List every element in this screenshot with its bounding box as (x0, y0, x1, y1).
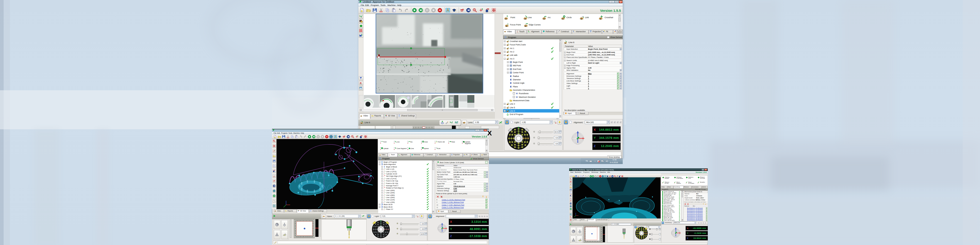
svg-text:%: % (450, 121, 452, 123)
